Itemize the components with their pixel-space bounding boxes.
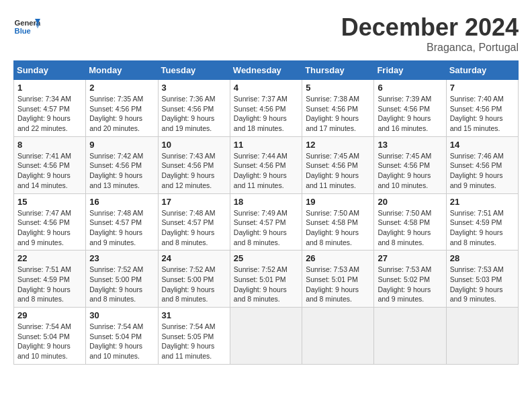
calendar-cell: 8Sunrise: 7:41 AMSunset: 4:56 PMDaylight…: [14, 136, 86, 193]
day-info: Sunrise: 7:54 AMSunset: 5:04 PMDaylight:…: [89, 322, 143, 360]
day-info: Sunrise: 7:43 AMSunset: 4:56 PMDaylight:…: [162, 152, 216, 189]
calendar-cell: 12Sunrise: 7:45 AMSunset: 4:56 PMDayligh…: [302, 136, 374, 193]
day-info: Sunrise: 7:54 AMSunset: 5:04 PMDaylight:…: [17, 322, 71, 360]
day-info: Sunrise: 7:53 AMSunset: 5:01 PMDaylight:…: [306, 265, 359, 303]
calendar-week-2: 8Sunrise: 7:41 AMSunset: 4:56 PMDaylight…: [14, 136, 519, 193]
calendar-cell: 11Sunrise: 7:44 AMSunset: 4:56 PMDayligh…: [230, 136, 302, 193]
day-info: Sunrise: 7:45 AMSunset: 4:56 PMDaylight:…: [306, 152, 359, 189]
weekday-sunday: Sunday: [14, 61, 86, 80]
day-number: 27: [378, 253, 442, 263]
calendar-cell: 6Sunrise: 7:39 AMSunset: 4:56 PMDaylight…: [374, 80, 446, 137]
day-number: 6: [378, 83, 442, 93]
calendar-cell: 19Sunrise: 7:50 AMSunset: 4:58 PMDayligh…: [302, 193, 374, 250]
day-info: Sunrise: 7:34 AMSunset: 4:57 PMDaylight:…: [17, 95, 71, 132]
weekday-monday: Monday: [86, 61, 158, 80]
weekday-wednesday: Wednesday: [230, 61, 302, 80]
day-number: 2: [89, 83, 154, 93]
calendar-cell: 31Sunrise: 7:54 AMSunset: 5:05 PMDayligh…: [158, 308, 230, 365]
page-header: General Blue December 2024 Braganca, Por…: [13, 13, 519, 54]
calendar-cell: 16Sunrise: 7:48 AMSunset: 4:57 PMDayligh…: [86, 193, 158, 250]
calendar-cell: 13Sunrise: 7:45 AMSunset: 4:56 PMDayligh…: [374, 136, 446, 193]
day-number: 23: [89, 253, 154, 263]
calendar-cell: 5Sunrise: 7:38 AMSunset: 4:56 PMDaylight…: [302, 80, 374, 137]
day-info: Sunrise: 7:36 AMSunset: 4:56 PMDaylight:…: [162, 95, 216, 132]
calendar-cell: 15Sunrise: 7:47 AMSunset: 4:56 PMDayligh…: [14, 193, 86, 250]
day-number: 7: [450, 83, 515, 93]
day-number: 24: [162, 253, 226, 263]
day-info: Sunrise: 7:52 AMSunset: 5:00 PMDaylight:…: [89, 265, 143, 303]
calendar-cell: 26Sunrise: 7:53 AMSunset: 5:01 PMDayligh…: [302, 250, 374, 308]
calendar-cell: 7Sunrise: 7:40 AMSunset: 4:56 PMDaylight…: [446, 80, 518, 137]
weekday-header-row: SundayMondayTuesdayWednesdayThursdayFrid…: [14, 61, 519, 80]
calendar-cell: 10Sunrise: 7:43 AMSunset: 4:56 PMDayligh…: [158, 136, 230, 193]
calendar-cell: 23Sunrise: 7:52 AMSunset: 5:00 PMDayligh…: [86, 250, 158, 308]
day-number: 11: [234, 140, 298, 150]
day-number: 1: [17, 83, 82, 93]
day-info: Sunrise: 7:50 AMSunset: 4:58 PMDaylight:…: [306, 209, 359, 246]
day-info: Sunrise: 7:48 AMSunset: 4:57 PMDaylight:…: [162, 209, 216, 246]
calendar-cell: 17Sunrise: 7:48 AMSunset: 4:57 PMDayligh…: [158, 193, 230, 250]
day-number: 30: [89, 310, 154, 320]
calendar-cell: 21Sunrise: 7:51 AMSunset: 4:59 PMDayligh…: [446, 193, 518, 250]
logo-icon: General Blue: [13, 13, 40, 40]
day-number: 17: [162, 197, 226, 207]
day-number: 9: [89, 140, 154, 150]
location: Braganca, Portugal: [341, 42, 519, 54]
calendar-cell: 30Sunrise: 7:54 AMSunset: 5:04 PMDayligh…: [86, 308, 158, 365]
calendar-cell: 2Sunrise: 7:35 AMSunset: 4:56 PMDaylight…: [86, 80, 158, 137]
day-number: 31: [162, 310, 226, 320]
day-info: Sunrise: 7:37 AMSunset: 4:56 PMDaylight:…: [234, 95, 287, 132]
day-number: 29: [17, 310, 82, 320]
day-number: 25: [234, 253, 298, 263]
day-number: 3: [162, 83, 226, 93]
calendar-week-4: 22Sunrise: 7:51 AMSunset: 4:59 PMDayligh…: [14, 250, 519, 308]
calendar-cell: 1Sunrise: 7:34 AMSunset: 4:57 PMDaylight…: [14, 80, 86, 137]
day-info: Sunrise: 7:47 AMSunset: 4:56 PMDaylight:…: [17, 209, 71, 246]
calendar-cell: 25Sunrise: 7:52 AMSunset: 5:01 PMDayligh…: [230, 250, 302, 308]
calendar-cell: 20Sunrise: 7:50 AMSunset: 4:58 PMDayligh…: [374, 193, 446, 250]
calendar-cell: 27Sunrise: 7:53 AMSunset: 5:02 PMDayligh…: [374, 250, 446, 308]
day-number: 13: [378, 140, 442, 150]
logo: General Blue: [13, 13, 43, 40]
day-number: 18: [234, 197, 298, 207]
day-number: 5: [306, 83, 370, 93]
day-info: Sunrise: 7:51 AMSunset: 4:59 PMDaylight:…: [17, 265, 71, 303]
day-info: Sunrise: 7:38 AMSunset: 4:56 PMDaylight:…: [306, 95, 359, 132]
day-info: Sunrise: 7:54 AMSunset: 5:05 PMDaylight:…: [162, 322, 216, 360]
day-number: 22: [17, 253, 82, 263]
calendar-cell: 28Sunrise: 7:53 AMSunset: 5:03 PMDayligh…: [446, 250, 518, 308]
month-title: December 2024: [341, 13, 519, 42]
calendar-cell: 4Sunrise: 7:37 AMSunset: 4:56 PMDaylight…: [230, 80, 302, 137]
day-info: Sunrise: 7:40 AMSunset: 4:56 PMDaylight:…: [450, 95, 504, 132]
weekday-saturday: Saturday: [446, 61, 518, 80]
calendar-cell: [446, 308, 518, 365]
day-info: Sunrise: 7:49 AMSunset: 4:57 PMDaylight:…: [234, 209, 287, 246]
day-number: 10: [162, 140, 226, 150]
calendar-cell: 14Sunrise: 7:46 AMSunset: 4:56 PMDayligh…: [446, 136, 518, 193]
calendar-cell: 3Sunrise: 7:36 AMSunset: 4:56 PMDaylight…: [158, 80, 230, 137]
calendar-cell: 24Sunrise: 7:52 AMSunset: 5:00 PMDayligh…: [158, 250, 230, 308]
day-number: 26: [306, 253, 370, 263]
calendar-cell: [302, 308, 374, 365]
calendar-week-5: 29Sunrise: 7:54 AMSunset: 5:04 PMDayligh…: [14, 308, 519, 365]
calendar-cell: 22Sunrise: 7:51 AMSunset: 4:59 PMDayligh…: [14, 250, 86, 308]
weekday-friday: Friday: [374, 61, 446, 80]
day-info: Sunrise: 7:44 AMSunset: 4:56 PMDaylight:…: [234, 152, 287, 189]
calendar-cell: [230, 308, 302, 365]
day-info: Sunrise: 7:45 AMSunset: 4:56 PMDaylight:…: [378, 152, 431, 189]
day-number: 20: [378, 197, 442, 207]
calendar-cell: 9Sunrise: 7:42 AMSunset: 4:56 PMDaylight…: [86, 136, 158, 193]
day-number: 4: [234, 83, 298, 93]
svg-text:Blue: Blue: [15, 27, 31, 35]
day-info: Sunrise: 7:35 AMSunset: 4:56 PMDaylight:…: [89, 95, 143, 132]
day-info: Sunrise: 7:50 AMSunset: 4:58 PMDaylight:…: [378, 209, 431, 246]
title-block: December 2024 Braganca, Portugal: [341, 13, 519, 54]
day-number: 16: [89, 197, 154, 207]
day-info: Sunrise: 7:51 AMSunset: 4:59 PMDaylight:…: [450, 209, 504, 246]
day-number: 12: [306, 140, 370, 150]
calendar-table: SundayMondayTuesdayWednesdayThursdayFrid…: [13, 60, 519, 365]
day-number: 19: [306, 197, 370, 207]
day-number: 14: [450, 140, 515, 150]
calendar-week-3: 15Sunrise: 7:47 AMSunset: 4:56 PMDayligh…: [14, 193, 519, 250]
calendar-cell: 29Sunrise: 7:54 AMSunset: 5:04 PMDayligh…: [14, 308, 86, 365]
